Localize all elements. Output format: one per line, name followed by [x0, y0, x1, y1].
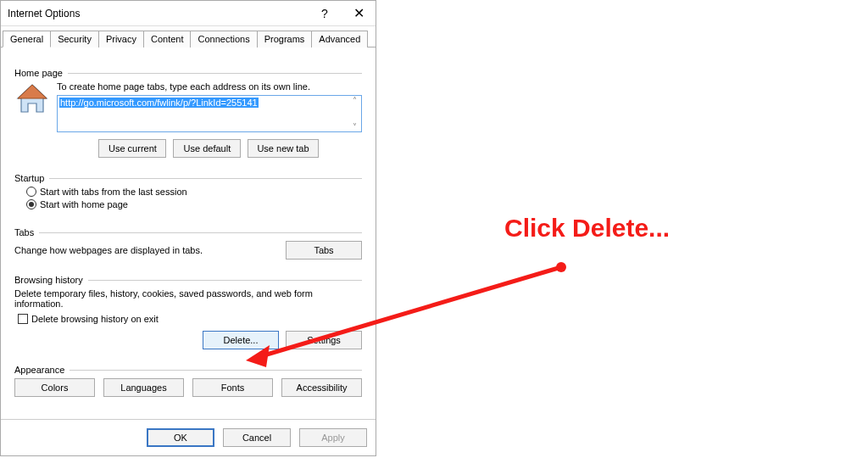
startup-last-session-radio[interactable]: Start with tabs from the last session [26, 187, 362, 197]
tab-content-area: Home page To create home page tabs, type… [1, 47, 376, 419]
apply-button[interactable]: Apply [299, 428, 367, 447]
browsing-history-label: Browsing history [14, 275, 88, 285]
radio-icon [26, 199, 36, 209]
titlebar: Internet Options ? ✕ [1, 1, 376, 26]
delete-on-exit-checkbox[interactable]: Delete browsing history on exit [18, 314, 362, 324]
scroll-up-icon[interactable]: ˄ [348, 96, 361, 105]
use-default-button[interactable]: Use default [173, 139, 241, 158]
home-page-label: Home page [14, 68, 68, 78]
startup-group: Startup Start with tabs from the last se… [9, 173, 367, 219]
svg-point-3 [556, 262, 566, 272]
tabs-label: Tabs [14, 227, 39, 237]
home-icon [14, 81, 50, 117]
internet-options-dialog: Internet Options ? ✕ General Security Pr… [0, 0, 376, 456]
scroll-down-icon[interactable]: ˅ [348, 122, 361, 131]
tab-content[interactable]: Content [143, 31, 192, 47]
home-page-url-input[interactable]: http://go.microsoft.com/fwlink/p/?LinkId… [57, 95, 362, 132]
window-title: Internet Options [1, 8, 308, 20]
delete-on-exit-label: Delete browsing history on exit [31, 314, 159, 324]
radio-icon [26, 187, 36, 197]
startup-home-page-radio[interactable]: Start with home page [26, 199, 362, 209]
settings-button[interactable]: Settings [286, 331, 362, 349]
use-current-button[interactable]: Use current [98, 139, 166, 158]
startup-label: Startup [14, 173, 49, 183]
tabs-text: Change how webpages are displayed in tab… [14, 245, 203, 255]
tabs-group: Tabs Change how webpages are displayed i… [9, 227, 367, 266]
browsing-history-text: Delete temporary files, history, cookies… [14, 288, 362, 309]
tabs-button[interactable]: Tabs [286, 241, 362, 260]
fonts-button[interactable]: Fonts [192, 378, 273, 397]
ok-button[interactable]: OK [147, 428, 214, 447]
tab-connections[interactable]: Connections [190, 31, 257, 47]
appearance-label: Appearance [14, 365, 70, 375]
svg-marker-1 [18, 85, 47, 98]
tab-programs[interactable]: Programs [257, 31, 313, 47]
checkbox-icon [18, 314, 28, 324]
home-page-url-text: http://go.microsoft.com/fwlink/p/?LinkId… [59, 98, 259, 108]
startup-last-session-label: Start with tabs from the last session [40, 187, 187, 197]
home-page-instruction: To create home page tabs, type each addr… [57, 81, 362, 92]
help-button[interactable]: ? [308, 1, 342, 25]
accessibility-button[interactable]: Accessibility [281, 378, 362, 397]
dialog-buttons: OK Cancel Apply [1, 419, 376, 455]
use-new-tab-button[interactable]: Use new tab [248, 139, 318, 158]
tab-privacy[interactable]: Privacy [98, 31, 144, 47]
close-button[interactable]: ✕ [342, 1, 376, 25]
annotation-text: Click Delete... [504, 214, 670, 243]
tab-security[interactable]: Security [50, 31, 99, 47]
browsing-history-group: Browsing history Delete temporary files,… [9, 275, 367, 356]
home-page-group: Home page To create home page tabs, type… [9, 61, 367, 165]
tab-advanced[interactable]: Advanced [311, 31, 368, 47]
appearance-group: Appearance Colors Languages Fonts Access… [9, 365, 367, 404]
cancel-button[interactable]: Cancel [223, 428, 291, 447]
delete-button[interactable]: Delete... [203, 331, 279, 349]
languages-button[interactable]: Languages [103, 378, 184, 397]
tab-general[interactable]: General [3, 31, 51, 47]
colors-button[interactable]: Colors [14, 378, 95, 397]
tabstrip: General Security Privacy Content Connect… [1, 26, 376, 47]
startup-home-page-label: Start with home page [40, 199, 128, 209]
